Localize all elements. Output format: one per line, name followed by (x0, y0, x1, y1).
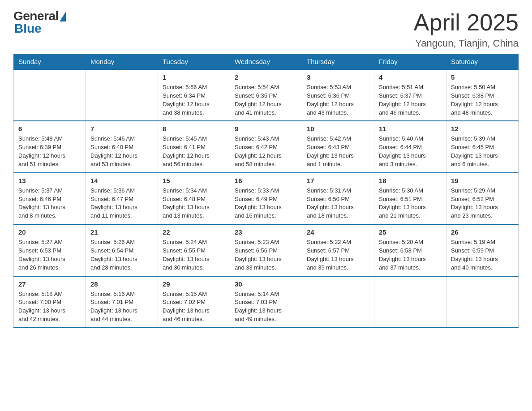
calendar-cell: 25Sunrise: 5:20 AM Sunset: 6:58 PM Dayli… (374, 224, 446, 276)
day-info: Sunrise: 5:14 AM Sunset: 7:03 PM Dayligh… (235, 290, 297, 324)
day-info: Sunrise: 5:53 AM Sunset: 6:36 PM Dayligh… (307, 83, 369, 117)
calendar-cell: 22Sunrise: 5:24 AM Sunset: 6:55 PM Dayli… (158, 224, 230, 276)
calendar-cell (446, 276, 519, 328)
week-row-1: 1Sunrise: 5:56 AM Sunset: 6:34 PM Daylig… (14, 69, 519, 121)
day-number: 26 (451, 227, 514, 237)
calendar-cell (14, 69, 86, 121)
day-number: 16 (235, 176, 297, 185)
day-number: 20 (18, 227, 81, 237)
day-info: Sunrise: 5:24 AM Sunset: 6:55 PM Dayligh… (163, 238, 225, 272)
day-number: 25 (379, 227, 442, 237)
calendar-cell: 26Sunrise: 5:19 AM Sunset: 6:59 PM Dayli… (446, 224, 519, 276)
day-number: 15 (163, 176, 225, 185)
page-header: General Blue April 2025 Yangcun, Tianjin… (13, 9, 519, 49)
calendar-cell: 4Sunrise: 5:51 AM Sunset: 6:37 PM Daylig… (374, 69, 446, 121)
day-info: Sunrise: 5:16 AM Sunset: 7:01 PM Dayligh… (90, 290, 153, 324)
day-info: Sunrise: 5:19 AM Sunset: 6:59 PM Dayligh… (451, 238, 514, 272)
day-number: 23 (235, 227, 297, 237)
day-info: Sunrise: 5:42 AM Sunset: 6:43 PM Dayligh… (307, 135, 369, 168)
day-number: 18 (379, 176, 442, 185)
day-number: 22 (163, 227, 225, 237)
day-number: 3 (307, 73, 369, 82)
header-thursday: Thursday (302, 54, 374, 70)
calendar-cell: 3Sunrise: 5:53 AM Sunset: 6:36 PM Daylig… (302, 69, 374, 121)
day-info: Sunrise: 5:43 AM Sunset: 6:42 PM Dayligh… (235, 135, 297, 168)
calendar-cell: 19Sunrise: 5:29 AM Sunset: 6:52 PM Dayli… (446, 173, 519, 224)
day-info: Sunrise: 5:40 AM Sunset: 6:44 PM Dayligh… (379, 135, 442, 168)
day-number: 17 (307, 176, 369, 185)
calendar-cell: 16Sunrise: 5:33 AM Sunset: 6:49 PM Dayli… (230, 173, 302, 224)
day-number: 13 (18, 176, 81, 185)
header-row: SundayMondayTuesdayWednesdayThursdayFrid… (14, 54, 519, 70)
calendar-cell: 7Sunrise: 5:46 AM Sunset: 6:40 PM Daylig… (86, 121, 158, 172)
day-number: 6 (18, 124, 81, 133)
day-number: 7 (90, 124, 153, 133)
day-number: 21 (90, 227, 153, 237)
calendar-cell: 14Sunrise: 5:36 AM Sunset: 6:47 PM Dayli… (86, 173, 158, 224)
day-number: 10 (307, 124, 369, 133)
day-number: 29 (163, 279, 225, 289)
logo: General Blue (13, 9, 66, 36)
header-friday: Friday (374, 54, 446, 70)
day-info: Sunrise: 5:31 AM Sunset: 6:50 PM Dayligh… (307, 187, 369, 220)
day-info: Sunrise: 5:20 AM Sunset: 6:58 PM Dayligh… (379, 238, 442, 272)
day-number: 8 (163, 124, 225, 133)
header-wednesday: Wednesday (230, 54, 302, 70)
calendar-cell: 20Sunrise: 5:27 AM Sunset: 6:53 PM Dayli… (14, 224, 86, 276)
day-number: 5 (451, 73, 514, 82)
day-info: Sunrise: 5:51 AM Sunset: 6:37 PM Dayligh… (379, 83, 442, 117)
day-number: 14 (90, 176, 153, 185)
day-info: Sunrise: 5:33 AM Sunset: 6:49 PM Dayligh… (235, 187, 297, 220)
day-info: Sunrise: 5:37 AM Sunset: 6:46 PM Dayligh… (18, 187, 81, 220)
day-number: 1 (163, 73, 225, 82)
calendar-cell: 1Sunrise: 5:56 AM Sunset: 6:34 PM Daylig… (158, 69, 230, 121)
calendar-subtitle: Yangcun, Tianjin, China (414, 38, 519, 49)
day-info: Sunrise: 5:26 AM Sunset: 6:54 PM Dayligh… (90, 238, 153, 272)
day-info: Sunrise: 5:54 AM Sunset: 6:35 PM Dayligh… (235, 83, 297, 117)
calendar-cell: 5Sunrise: 5:50 AM Sunset: 6:38 PM Daylig… (446, 69, 519, 121)
day-info: Sunrise: 5:29 AM Sunset: 6:52 PM Dayligh… (451, 187, 514, 220)
week-row-2: 6Sunrise: 5:48 AM Sunset: 6:39 PM Daylig… (14, 121, 519, 172)
day-info: Sunrise: 5:56 AM Sunset: 6:34 PM Dayligh… (163, 83, 225, 117)
day-info: Sunrise: 5:22 AM Sunset: 6:57 PM Dayligh… (307, 238, 369, 272)
day-info: Sunrise: 5:27 AM Sunset: 6:53 PM Dayligh… (18, 238, 81, 272)
day-info: Sunrise: 5:15 AM Sunset: 7:02 PM Dayligh… (163, 290, 225, 324)
day-info: Sunrise: 5:48 AM Sunset: 6:39 PM Dayligh… (18, 135, 81, 168)
calendar-cell: 28Sunrise: 5:16 AM Sunset: 7:01 PM Dayli… (86, 276, 158, 328)
calendar-cell: 10Sunrise: 5:42 AM Sunset: 6:43 PM Dayli… (302, 121, 374, 172)
calendar-cell (302, 276, 374, 328)
header-sunday: Sunday (14, 54, 86, 70)
day-info: Sunrise: 5:23 AM Sunset: 6:56 PM Dayligh… (235, 238, 297, 272)
day-number: 19 (451, 176, 514, 185)
calendar-cell: 13Sunrise: 5:37 AM Sunset: 6:46 PM Dayli… (14, 173, 86, 224)
day-info: Sunrise: 5:50 AM Sunset: 6:38 PM Dayligh… (451, 83, 514, 117)
calendar-cell: 30Sunrise: 5:14 AM Sunset: 7:03 PM Dayli… (230, 276, 302, 328)
calendar-cell: 12Sunrise: 5:39 AM Sunset: 6:45 PM Dayli… (446, 121, 519, 172)
day-info: Sunrise: 5:39 AM Sunset: 6:45 PM Dayligh… (451, 135, 514, 168)
logo-triangle-icon (60, 12, 66, 21)
week-row-3: 13Sunrise: 5:37 AM Sunset: 6:46 PM Dayli… (14, 173, 519, 224)
day-info: Sunrise: 5:34 AM Sunset: 6:48 PM Dayligh… (163, 187, 225, 220)
logo-blue-text: Blue (14, 21, 42, 36)
day-info: Sunrise: 5:36 AM Sunset: 6:47 PM Dayligh… (90, 187, 153, 220)
day-info: Sunrise: 5:30 AM Sunset: 6:51 PM Dayligh… (379, 187, 442, 220)
calendar-cell: 24Sunrise: 5:22 AM Sunset: 6:57 PM Dayli… (302, 224, 374, 276)
header-saturday: Saturday (446, 54, 519, 70)
calendar-cell: 11Sunrise: 5:40 AM Sunset: 6:44 PM Dayli… (374, 121, 446, 172)
week-row-4: 20Sunrise: 5:27 AM Sunset: 6:53 PM Dayli… (14, 224, 519, 276)
day-number: 30 (235, 279, 297, 289)
calendar-cell: 2Sunrise: 5:54 AM Sunset: 6:35 PM Daylig… (230, 69, 302, 121)
calendar-cell: 27Sunrise: 5:18 AM Sunset: 7:00 PM Dayli… (14, 276, 86, 328)
calendar-cell: 6Sunrise: 5:48 AM Sunset: 6:39 PM Daylig… (14, 121, 86, 172)
calendar-cell (374, 276, 446, 328)
day-info: Sunrise: 5:45 AM Sunset: 6:41 PM Dayligh… (163, 135, 225, 168)
header-monday: Monday (86, 54, 158, 70)
day-number: 27 (18, 279, 81, 289)
calendar-cell: 8Sunrise: 5:45 AM Sunset: 6:41 PM Daylig… (158, 121, 230, 172)
calendar-cell: 17Sunrise: 5:31 AM Sunset: 6:50 PM Dayli… (302, 173, 374, 224)
week-row-5: 27Sunrise: 5:18 AM Sunset: 7:00 PM Dayli… (14, 276, 519, 328)
calendar-cell: 18Sunrise: 5:30 AM Sunset: 6:51 PM Dayli… (374, 173, 446, 224)
day-info: Sunrise: 5:46 AM Sunset: 6:40 PM Dayligh… (90, 135, 153, 168)
day-number: 28 (90, 279, 153, 289)
day-number: 9 (235, 124, 297, 133)
